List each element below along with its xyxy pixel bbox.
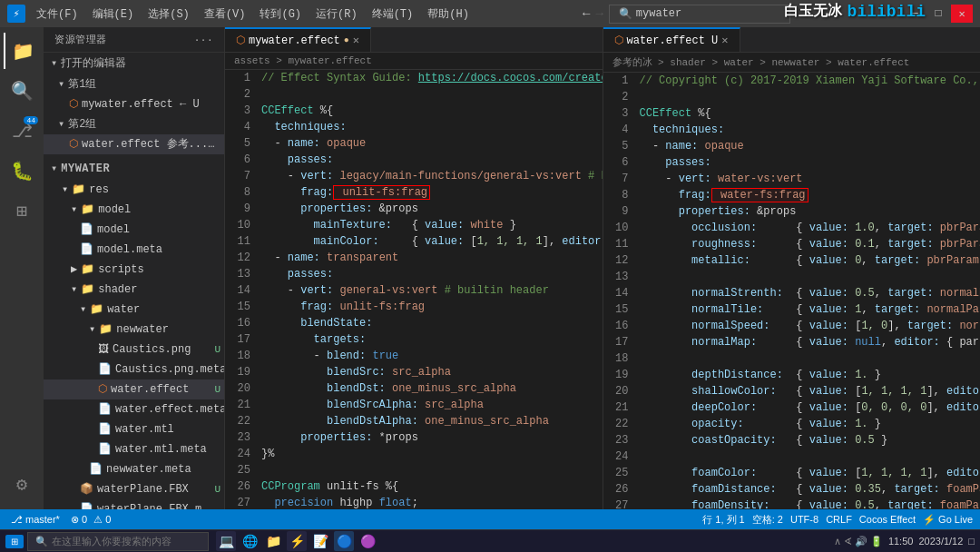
folder-icon: 📁 — [72, 181, 85, 199]
watermark: 白玉无冰 bilibili — [784, 2, 926, 21]
menu-file[interactable]: 文件(F) — [29, 5, 85, 24]
folder-icon6: 📁 — [99, 320, 113, 339]
taskbar-app1[interactable]: 💻 — [216, 531, 236, 551]
sidebar-item-water-effect-meta[interactable]: 📄 water.effect.meta — [44, 399, 224, 419]
status-go-live[interactable]: ⚡ Go Live — [923, 514, 973, 526]
file-icon8: 📄 — [98, 440, 112, 458]
sidebar-item-newwater[interactable]: ▾ 📁 newwater — [44, 320, 224, 340]
sidebar-item-waterplane-fbx[interactable]: 📦 waterPlane.FBX U — [44, 479, 224, 499]
file-icon5: 📄 — [98, 360, 112, 379]
taskbar-app4[interactable]: ⚡ — [287, 531, 307, 551]
status-branch[interactable]: ⎇ master* — [7, 514, 64, 526]
status-errors[interactable]: ⊗ 0 ⚠ 0 — [67, 514, 114, 526]
menu-edit[interactable]: 编辑(E) — [85, 5, 142, 24]
taskbar: ⊞ 🔍 在这里输入你要搜索的内容 💻 🌐 📁 ⚡ 📝 🔵 🟣 ∧ ∢ 🔊 🔋 1… — [0, 529, 980, 552]
status-line-col[interactable]: 行 1, 列 1 — [702, 513, 744, 527]
status-line-ending[interactable]: CRLF — [826, 514, 852, 525]
file-icon2: ⬡ — [69, 135, 78, 153]
nav-forward[interactable]: → — [595, 6, 603, 21]
left-tab-mywater[interactable]: ⬡ mywater.effect ● ✕ — [225, 27, 371, 52]
chevron-down-icon: ▾ — [51, 54, 57, 73]
sidebar-item-water-effect[interactable]: ⬡ water.effect 参考... U — [44, 134, 224, 154]
taskbar-app2[interactable]: 🌐 — [240, 531, 260, 551]
menu-goto[interactable]: 转到(G) — [252, 5, 309, 24]
right-code[interactable]: // Copyright (c) 2017-2019 Xiamen Yaji S… — [636, 73, 981, 509]
image-icon: 🖼 — [98, 340, 109, 359]
status-lang[interactable]: Cocos Effect — [859, 514, 916, 525]
taskbar-search-box[interactable]: 🔍 在这里输入你要搜索的内容 — [27, 532, 209, 551]
sidebar-item-newwater-meta[interactable]: 📄 newwater.meta — [44, 459, 224, 479]
close-btn[interactable]: ✕ — [951, 5, 973, 23]
activity-explorer[interactable]: 📁 — [4, 33, 40, 69]
menu-view[interactable]: 查看(V) — [197, 5, 253, 24]
open-editors-section[interactable]: ▾ 打开的编辑器 — [44, 53, 224, 74]
status-bar: ⎇ master* ⊗ 0 ⚠ 0 行 1, 列 1 空格: 2 UTF-8 C… — [0, 509, 980, 529]
right-breadcrumb: 参考的冰 > shader > water > newwater > water… — [603, 53, 981, 73]
left-editor-tabs: ⬡ mywater.effect ● ✕ — [225, 27, 603, 53]
search-text: mywater — [636, 7, 681, 20]
file-icon3: 📄 — [80, 221, 93, 239]
sidebar-item-shader[interactable]: ▾ 📁 shader — [44, 280, 224, 300]
menu-terminal[interactable]: 终端(T) — [365, 5, 421, 24]
activity-settings[interactable]: ⚙ — [4, 466, 40, 502]
app-icon: ⚡ — [7, 5, 25, 23]
taskbar-app3[interactable]: 📁 — [263, 531, 283, 551]
sidebar: 资源管理器 ··· ▾ 打开的编辑器 ▾ 第1组 ⬡ mywater.effec… — [44, 27, 225, 509]
sidebar-item-caustics[interactable]: 🖼 Caustics.png U — [44, 340, 224, 360]
sidebar-menu-icon[interactable]: ··· — [194, 34, 213, 45]
sidebar-group1[interactable]: ▾ 第1组 — [44, 74, 224, 94]
right-tab-water-effect[interactable]: ⬡ water.effect U ✕ — [603, 27, 740, 52]
sidebar-item-model-meta[interactable]: 📄 model.meta — [44, 240, 224, 260]
right-tab-close[interactable]: ✕ — [721, 34, 728, 47]
taskbar-app7[interactable]: 🟣 — [358, 531, 377, 551]
sidebar-item-water-mtl-meta[interactable]: 📄 water.mtl.meta — [44, 439, 224, 459]
left-breadcrumb: assets > mywater.effect — [225, 53, 603, 70]
nav-back[interactable]: ← — [583, 6, 590, 21]
mywater-section[interactable]: ▾ MYWATER — [44, 158, 224, 180]
sidebar-group2[interactable]: ▾ 第2组 — [44, 114, 224, 134]
taskbar-start[interactable]: ⊞ — [5, 535, 24, 548]
sidebar-item-res[interactable]: ▾ 📁 res — [44, 180, 224, 200]
sidebar-item-waterplane-fbxm[interactable]: 📄 waterPlane.FBX.m... — [44, 499, 224, 509]
chevron-right-icon: ▾ — [58, 75, 64, 94]
activity-debug[interactable]: 🐛 — [4, 153, 40, 189]
left-code[interactable]: // Effect Syntax Guide: https://docs.coc… — [258, 70, 603, 509]
status-spaces[interactable]: 空格: 2 — [752, 513, 783, 527]
sidebar-item-water-mtl[interactable]: 📄 water.mtl — [44, 419, 224, 439]
chevron-down-icon3: ▾ — [51, 160, 57, 178]
maximize-btn[interactable]: □ — [927, 5, 949, 23]
menu-select[interactable]: 选择(S) — [141, 5, 197, 24]
activity-search[interactable]: 🔍 — [4, 73, 40, 109]
taskbar-app6[interactable]: 🔵 — [334, 531, 354, 551]
sidebar-item-caustics-meta[interactable]: 📄 Caustics.png.meta — [44, 360, 224, 380]
status-encoding[interactable]: UTF-8 — [790, 514, 818, 525]
taskbar-app5[interactable]: 📝 — [310, 531, 330, 551]
activity-git[interactable]: ⎇ 44 — [4, 113, 40, 149]
right-editor-content[interactable]: 12345 678910 1112131415 1617181920 21222… — [603, 73, 981, 509]
chevron-down-icon2: ▾ — [58, 115, 64, 133]
right-line-numbers: 12345 678910 1112131415 1617181920 21222… — [603, 73, 636, 509]
search-box[interactable]: 🔍 mywater — [609, 5, 790, 24]
effect-icon2: ⬡ — [236, 34, 245, 47]
sidebar-item-mywater-effect[interactable]: ⬡ mywater.effect ← U — [44, 94, 224, 114]
tab-modified-dot: ● — [344, 35, 349, 45]
tab-close-icon[interactable]: ✕ — [353, 34, 359, 47]
taskbar-notification[interactable]: □ — [968, 536, 975, 547]
sidebar-item-scripts[interactable]: ▶ 📁 scripts — [44, 260, 224, 280]
sidebar-item-water-effect-file[interactable]: ⬡ water.effect U — [44, 380, 224, 399]
taskbar-systray: ∧ ∢ 🔊 🔋 — [834, 536, 883, 547]
title-bar: ⚡ 文件(F) 编辑(E) 选择(S) 查看(V) 转到(G) 运行(R) 终端… — [0, 0, 980, 27]
left-editor-panel: ⬡ mywater.effect ● ✕ assets > mywater.ef… — [225, 27, 603, 509]
sidebar-item-model-file[interactable]: 📄 model — [44, 220, 224, 240]
menu-help[interactable]: 帮助(H) — [420, 5, 476, 24]
file-icon9: 📄 — [89, 460, 103, 478]
sidebar-item-water[interactable]: ▾ 📁 water — [44, 300, 224, 320]
left-editor-content[interactable]: 12345 678910 1112131415 1617181920 21222… — [225, 70, 603, 509]
sidebar-item-model[interactable]: ▾ 📁 model — [44, 200, 224, 220]
taskbar-time: 11:50 — [888, 536, 914, 547]
menu-bar: 文件(F) 编辑(E) 选择(S) 查看(V) 转到(G) 运行(R) 终端(T… — [29, 5, 476, 24]
file-icon6: 📄 — [98, 400, 112, 419]
menu-run[interactable]: 运行(R) — [309, 5, 365, 24]
activity-extensions[interactable]: ⊞ — [4, 192, 40, 229]
taskbar-search-icon: 🔍 — [35, 536, 48, 547]
